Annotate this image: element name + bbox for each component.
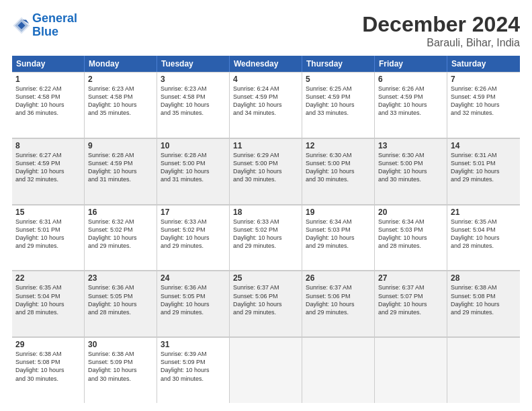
- day-of-week-header: Monday: [85, 56, 157, 72]
- day-number: 21: [451, 208, 517, 217]
- day-info: Sunrise: 6:38 AM Sunset: 5:08 PM Dayligh…: [15, 350, 81, 383]
- empty-cell: [302, 337, 375, 403]
- day-of-week-header: Friday: [375, 56, 447, 72]
- calendar-header: SundayMondayTuesdayWednesdayThursdayFrid…: [12, 56, 520, 72]
- day-number: 24: [161, 273, 226, 283]
- day-info: Sunrise: 6:29 AM Sunset: 5:00 PM Dayligh…: [233, 151, 298, 184]
- day-number: 14: [451, 141, 517, 150]
- empty-cell: [230, 337, 302, 403]
- day-info: Sunrise: 6:37 AM Sunset: 5:06 PM Dayligh…: [306, 283, 371, 316]
- day-of-week-header: Sunday: [12, 56, 85, 72]
- day-number: 29: [15, 340, 81, 349]
- calendar-day: 5Sunrise: 6:25 AM Sunset: 4:59 PM Daylig…: [302, 72, 375, 138]
- day-info: Sunrise: 6:34 AM Sunset: 5:03 PM Dayligh…: [378, 218, 443, 250]
- calendar-body: 1Sunrise: 6:22 AM Sunset: 4:58 PM Daylig…: [12, 72, 520, 403]
- calendar-day: 28Sunrise: 6:38 AM Sunset: 5:08 PM Dayli…: [447, 271, 520, 336]
- calendar-day: 12Sunrise: 6:30 AM Sunset: 5:00 PM Dayli…: [302, 138, 375, 204]
- calendar-week-row: 8Sunrise: 6:27 AM Sunset: 4:59 PM Daylig…: [12, 138, 520, 205]
- logo: General Blue: [12, 12, 77, 39]
- day-info: Sunrise: 6:37 AM Sunset: 5:06 PM Dayligh…: [233, 283, 298, 316]
- calendar: SundayMondayTuesdayWednesdayThursdayFrid…: [12, 56, 520, 403]
- calendar-day: 30Sunrise: 6:38 AM Sunset: 5:09 PM Dayli…: [85, 337, 157, 403]
- day-info: Sunrise: 6:34 AM Sunset: 5:03 PM Dayligh…: [306, 218, 371, 250]
- calendar-day: 9Sunrise: 6:28 AM Sunset: 4:59 PM Daylig…: [85, 138, 157, 204]
- page: General Blue December 2024 Barauli, Biha…: [0, 0, 532, 411]
- day-info: Sunrise: 6:35 AM Sunset: 5:04 PM Dayligh…: [15, 283, 81, 316]
- calendar-day: 8Sunrise: 6:27 AM Sunset: 4:59 PM Daylig…: [12, 138, 85, 204]
- day-info: Sunrise: 6:22 AM Sunset: 4:58 PM Dayligh…: [15, 85, 81, 118]
- day-number: 11: [233, 141, 298, 150]
- day-number: 19: [306, 208, 371, 217]
- empty-cell: [375, 337, 447, 403]
- day-info: Sunrise: 6:27 AM Sunset: 4:59 PM Dayligh…: [15, 151, 81, 184]
- calendar-day: 29Sunrise: 6:38 AM Sunset: 5:08 PM Dayli…: [12, 337, 85, 403]
- header: General Blue December 2024 Barauli, Biha…: [12, 12, 520, 49]
- day-number: 7: [451, 75, 517, 84]
- calendar-day: 13Sunrise: 6:30 AM Sunset: 5:00 PM Dayli…: [375, 138, 447, 204]
- calendar-week-row: 29Sunrise: 6:38 AM Sunset: 5:08 PM Dayli…: [12, 337, 520, 403]
- calendar-day: 25Sunrise: 6:37 AM Sunset: 5:06 PM Dayli…: [230, 271, 302, 336]
- day-number: 16: [88, 208, 153, 217]
- calendar-day: 4Sunrise: 6:24 AM Sunset: 4:59 PM Daylig…: [230, 72, 302, 138]
- day-number: 30: [88, 340, 153, 349]
- calendar-day: 14Sunrise: 6:31 AM Sunset: 5:01 PM Dayli…: [447, 138, 520, 204]
- day-number: 1: [15, 75, 81, 84]
- calendar-day: 7Sunrise: 6:26 AM Sunset: 4:59 PM Daylig…: [447, 72, 520, 138]
- day-info: Sunrise: 6:26 AM Sunset: 4:59 PM Dayligh…: [451, 85, 517, 118]
- title-block: December 2024 Barauli, Bihar, India: [362, 12, 520, 49]
- calendar-day: 1Sunrise: 6:22 AM Sunset: 4:58 PM Daylig…: [12, 72, 85, 138]
- day-info: Sunrise: 6:39 AM Sunset: 5:09 PM Dayligh…: [161, 350, 226, 383]
- day-info: Sunrise: 6:32 AM Sunset: 5:02 PM Dayligh…: [88, 218, 153, 250]
- day-number: 28: [451, 273, 517, 283]
- calendar-day: 10Sunrise: 6:28 AM Sunset: 5:00 PM Dayli…: [157, 138, 230, 204]
- empty-cell: [447, 337, 520, 403]
- day-number: 26: [306, 273, 371, 283]
- day-info: Sunrise: 6:35 AM Sunset: 5:04 PM Dayligh…: [451, 218, 517, 250]
- logo-general: General: [32, 11, 77, 25]
- day-number: 23: [88, 273, 153, 283]
- calendar-day: 6Sunrise: 6:26 AM Sunset: 4:59 PM Daylig…: [375, 72, 447, 138]
- day-info: Sunrise: 6:31 AM Sunset: 5:01 PM Dayligh…: [451, 151, 517, 184]
- day-number: 20: [378, 208, 443, 217]
- day-number: 31: [161, 340, 226, 349]
- calendar-day: 17Sunrise: 6:33 AM Sunset: 5:02 PM Dayli…: [157, 205, 230, 271]
- calendar-day: 24Sunrise: 6:36 AM Sunset: 5:05 PM Dayli…: [157, 271, 230, 336]
- day-number: 12: [306, 141, 371, 150]
- day-info: Sunrise: 6:28 AM Sunset: 5:00 PM Dayligh…: [161, 151, 226, 184]
- calendar-day: 15Sunrise: 6:31 AM Sunset: 5:01 PM Dayli…: [12, 205, 85, 271]
- month-title: December 2024: [362, 12, 520, 37]
- day-number: 13: [378, 141, 443, 150]
- day-info: Sunrise: 6:33 AM Sunset: 5:02 PM Dayligh…: [233, 218, 298, 250]
- day-of-week-header: Wednesday: [230, 56, 302, 72]
- location-title: Barauli, Bihar, India: [362, 37, 520, 49]
- day-info: Sunrise: 6:28 AM Sunset: 4:59 PM Dayligh…: [88, 151, 153, 184]
- day-info: Sunrise: 6:36 AM Sunset: 5:05 PM Dayligh…: [88, 283, 153, 316]
- day-info: Sunrise: 6:30 AM Sunset: 5:00 PM Dayligh…: [306, 151, 371, 184]
- day-number: 15: [15, 208, 81, 217]
- day-info: Sunrise: 6:33 AM Sunset: 5:02 PM Dayligh…: [161, 218, 226, 250]
- logo-text: General Blue: [32, 12, 77, 39]
- logo-icon: [12, 16, 31, 35]
- day-number: 3: [161, 75, 226, 84]
- day-number: 22: [15, 273, 81, 283]
- day-number: 5: [306, 75, 371, 84]
- day-of-week-header: Saturday: [447, 56, 520, 72]
- day-of-week-header: Tuesday: [157, 56, 230, 72]
- calendar-day: 2Sunrise: 6:23 AM Sunset: 4:58 PM Daylig…: [85, 72, 157, 138]
- calendar-day: 19Sunrise: 6:34 AM Sunset: 5:03 PM Dayli…: [302, 205, 375, 271]
- day-info: Sunrise: 6:23 AM Sunset: 4:58 PM Dayligh…: [161, 85, 226, 118]
- day-info: Sunrise: 6:38 AM Sunset: 5:09 PM Dayligh…: [88, 350, 153, 383]
- day-info: Sunrise: 6:25 AM Sunset: 4:59 PM Dayligh…: [306, 85, 371, 118]
- day-of-week-header: Thursday: [302, 56, 375, 72]
- day-number: 10: [161, 141, 226, 150]
- logo-blue: Blue: [32, 26, 77, 39]
- calendar-day: 21Sunrise: 6:35 AM Sunset: 5:04 PM Dayli…: [447, 205, 520, 271]
- calendar-day: 22Sunrise: 6:35 AM Sunset: 5:04 PM Dayli…: [12, 271, 85, 336]
- day-info: Sunrise: 6:36 AM Sunset: 5:05 PM Dayligh…: [161, 283, 226, 316]
- day-info: Sunrise: 6:30 AM Sunset: 5:00 PM Dayligh…: [378, 151, 443, 184]
- day-info: Sunrise: 6:24 AM Sunset: 4:59 PM Dayligh…: [233, 85, 298, 118]
- day-info: Sunrise: 6:26 AM Sunset: 4:59 PM Dayligh…: [378, 85, 443, 118]
- day-number: 18: [233, 208, 298, 217]
- calendar-day: 27Sunrise: 6:37 AM Sunset: 5:07 PM Dayli…: [375, 271, 447, 336]
- day-info: Sunrise: 6:38 AM Sunset: 5:08 PM Dayligh…: [451, 283, 517, 316]
